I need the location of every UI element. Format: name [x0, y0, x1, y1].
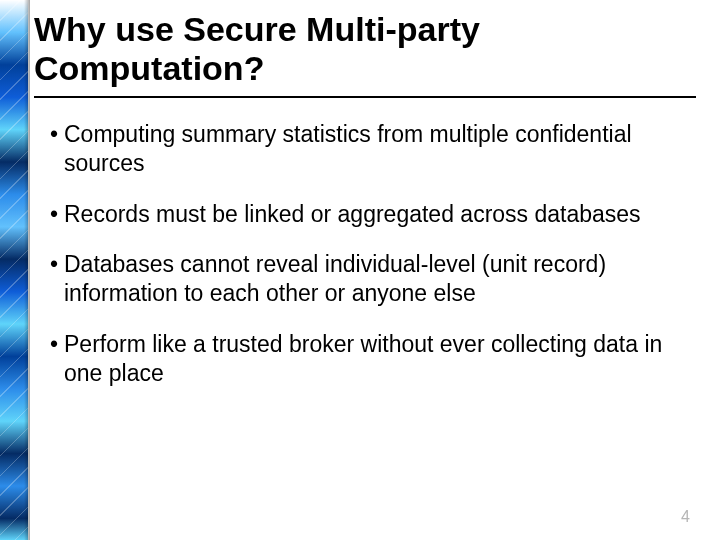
bullet-item: • Perform like a trusted broker without … [50, 330, 696, 388]
bullet-text: Databases cannot reveal individual-level… [64, 250, 696, 308]
bullet-dot-icon: • [50, 120, 64, 178]
decorative-left-band [0, 0, 28, 540]
bullet-text: Records must be linked or aggregated acr… [64, 200, 696, 229]
slide-content: Why use Secure Multi-party Computation? … [34, 10, 696, 522]
bullet-dot-icon: • [50, 330, 64, 388]
bullet-item: • Databases cannot reveal individual-lev… [50, 250, 696, 308]
title-underline [34, 96, 696, 98]
bullet-item: • Computing summary statistics from mult… [50, 120, 696, 178]
bullet-text: Computing summary statistics from multip… [64, 120, 696, 178]
bullet-dot-icon: • [50, 200, 64, 229]
bullet-dot-icon: • [50, 250, 64, 308]
bullet-text: Perform like a trusted broker without ev… [64, 330, 696, 388]
bullet-item: • Records must be linked or aggregated a… [50, 200, 696, 229]
bullet-list: • Computing summary statistics from mult… [34, 120, 696, 387]
slide-title: Why use Secure Multi-party Computation? [34, 10, 696, 88]
page-number: 4 [681, 508, 690, 526]
